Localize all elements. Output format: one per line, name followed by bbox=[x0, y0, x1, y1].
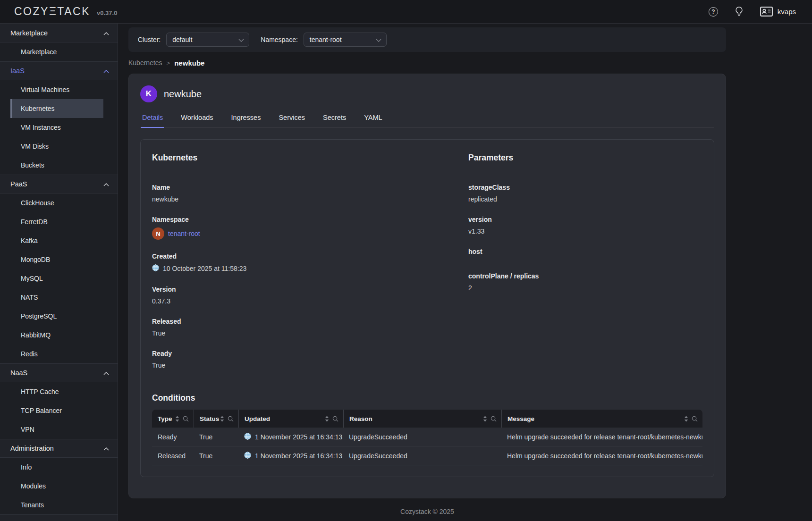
item-label: RabbitMQ bbox=[21, 331, 51, 339]
sidebar-item-mongodb[interactable]: MongoDB bbox=[0, 250, 118, 269]
resource-avatar: K bbox=[140, 85, 157, 102]
tab-secrets[interactable]: Secrets bbox=[322, 111, 347, 127]
tab-workloads[interactable]: Workloads bbox=[180, 111, 214, 127]
chevron-up-icon bbox=[103, 29, 109, 37]
id-card-icon bbox=[760, 7, 773, 17]
table-header-row: Type Status Updated Reason bbox=[152, 410, 702, 428]
namespace-select[interactable]: tenant-root bbox=[304, 33, 387, 47]
help-icon[interactable]: ? bbox=[709, 7, 718, 17]
sidebar-item-vm-disks[interactable]: VM Disks bbox=[0, 137, 118, 156]
field-ready: Ready True bbox=[152, 350, 468, 369]
sidebar-item-tcp-balancer[interactable]: TCP Balancer bbox=[0, 401, 118, 420]
sidebar-item-kafka[interactable]: Kafka bbox=[0, 231, 118, 250]
app-logo: COZYΞTACK bbox=[14, 5, 90, 18]
field-label: version bbox=[468, 216, 702, 223]
sidebar-item-marketplace[interactable]: Marketplace bbox=[0, 42, 118, 61]
cell-message: Helm upgrade succeeded for release tenan… bbox=[501, 446, 702, 465]
sort-icon[interactable] bbox=[483, 416, 487, 422]
item-label: VPN bbox=[21, 426, 34, 433]
cell-status: True bbox=[194, 428, 238, 446]
sidebar-item-buckets[interactable]: Buckets bbox=[0, 156, 118, 175]
field-namespace: Namespace N tenant-root bbox=[152, 216, 468, 240]
search-icon[interactable] bbox=[183, 416, 189, 422]
namespace-label: Namespace: bbox=[261, 36, 298, 43]
sidebar-item-nats[interactable]: NATS bbox=[0, 288, 118, 307]
column-label: Message bbox=[507, 415, 534, 422]
page-title: newkube bbox=[164, 89, 202, 100]
sidebar-item-modules[interactable]: Modules bbox=[0, 477, 118, 496]
sort-icon[interactable] bbox=[175, 416, 179, 422]
search-icon[interactable] bbox=[491, 416, 497, 422]
section-heading-conditions: Conditions bbox=[152, 393, 702, 403]
theme-toggle-icon[interactable] bbox=[735, 7, 743, 17]
breadcrumb: Kubernetes > newkube bbox=[128, 58, 812, 68]
tab-details[interactable]: Details bbox=[141, 111, 164, 128]
namespace-avatar: N bbox=[152, 227, 164, 240]
search-icon[interactable] bbox=[228, 416, 234, 422]
resource-header: K newkube bbox=[140, 85, 714, 102]
field-label: storageClass bbox=[468, 184, 702, 191]
sidebar-item-http-cache[interactable]: HTTP Cache bbox=[0, 382, 118, 401]
footer-copyright: Cozystack © 2025 bbox=[128, 508, 726, 515]
cluster-select[interactable]: default bbox=[166, 33, 249, 47]
field-name: Name newkube bbox=[152, 184, 468, 203]
sidebar-item-postgresql[interactable]: PostgreSQL bbox=[0, 307, 118, 326]
field-value: replicated bbox=[468, 195, 702, 203]
field-controlplane-replicas: controlPlane / replicas 2 bbox=[468, 272, 702, 292]
sidebar-item-clickhouse[interactable]: ClickHouse bbox=[0, 193, 118, 212]
sort-icon[interactable] bbox=[684, 416, 688, 422]
item-label: MongoDB bbox=[21, 256, 50, 263]
field-label: host bbox=[468, 248, 702, 255]
tab-ingresses[interactable]: Ingresses bbox=[230, 111, 262, 127]
sort-icon[interactable] bbox=[325, 416, 329, 422]
field-value: v1.33 bbox=[468, 227, 702, 235]
chevron-down-icon bbox=[376, 36, 381, 43]
sidebar-section-administration[interactable]: Administration bbox=[0, 439, 118, 458]
field-version: Version 0.37.3 bbox=[152, 286, 468, 305]
sidebar-item-vm-instances[interactable]: VM Instances bbox=[0, 118, 118, 137]
created-value: 10 October 2025 at 11:58:23 bbox=[163, 265, 246, 272]
item-label: Kafka bbox=[21, 237, 38, 244]
column-header-status: Status bbox=[194, 410, 238, 428]
chevron-up-icon bbox=[103, 444, 109, 453]
sidebar-item-vpn[interactable]: VPN bbox=[0, 420, 118, 439]
sidebar-section-iaas[interactable]: IaaS bbox=[0, 61, 118, 80]
namespace-link[interactable]: tenant-root bbox=[168, 230, 200, 237]
sidebar-item-redis[interactable]: Redis bbox=[0, 345, 118, 363]
item-label: Info bbox=[21, 463, 32, 471]
sidebar-divider bbox=[0, 514, 118, 521]
sort-icon[interactable] bbox=[220, 416, 224, 422]
sidebar-section-naas[interactable]: NaaS bbox=[0, 363, 118, 382]
field-label: controlPlane / replicas bbox=[468, 272, 702, 280]
globe-icon bbox=[244, 433, 251, 441]
search-icon[interactable] bbox=[332, 416, 338, 422]
search-icon[interactable] bbox=[692, 416, 698, 422]
section-label: IaaS bbox=[10, 67, 25, 75]
item-label: TCP Balancer bbox=[21, 407, 62, 414]
item-label: HTTP Cache bbox=[21, 388, 59, 395]
cluster-label: Cluster: bbox=[138, 36, 161, 43]
sidebar-item-rabbitmq[interactable]: RabbitMQ bbox=[0, 326, 118, 345]
tab-yaml[interactable]: YAML bbox=[363, 111, 383, 127]
column-header-reason: Reason bbox=[343, 410, 501, 428]
tab-services[interactable]: Services bbox=[278, 111, 306, 127]
sidebar-item-info[interactable]: Info bbox=[0, 458, 118, 477]
resource-card: K newkube Details Workloads Ingresses Se… bbox=[128, 74, 726, 498]
breadcrumb-current: newkube bbox=[174, 59, 204, 67]
sidebar-item-tenants[interactable]: Tenants bbox=[0, 496, 118, 514]
column-label: Status bbox=[200, 415, 219, 422]
sidebar-section-marketplace[interactable]: Marketplace bbox=[0, 24, 118, 42]
globe-icon bbox=[152, 264, 159, 273]
item-label: ClickHouse bbox=[21, 199, 54, 207]
item-label: PostgreSQL bbox=[21, 312, 57, 320]
sidebar-item-kubernetes[interactable]: Kubernetes bbox=[10, 99, 103, 118]
sidebar-section-paas[interactable]: PaaS bbox=[0, 175, 118, 193]
user-menu[interactable]: kvaps bbox=[760, 7, 796, 17]
field-value: True bbox=[152, 329, 468, 337]
column-label: Type bbox=[158, 415, 172, 422]
sidebar-item-ferretdb[interactable]: FerretDB bbox=[0, 212, 118, 231]
sidebar-item-virtual-machines[interactable]: Virtual Machines bbox=[0, 80, 118, 99]
sidebar-item-mysql[interactable]: MySQL bbox=[0, 269, 118, 288]
cell-reason: UpgradeSucceeded bbox=[343, 446, 501, 465]
breadcrumb-link-kubernetes[interactable]: Kubernetes bbox=[128, 59, 162, 67]
